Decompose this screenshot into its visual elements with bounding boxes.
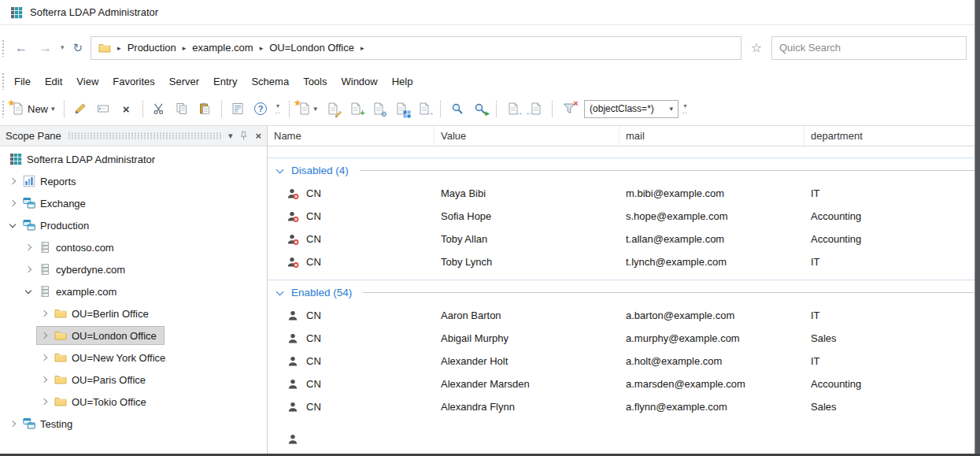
menu-tools[interactable]: Tools [296,72,334,91]
column-header-mail[interactable]: mail [619,126,804,146]
back-button[interactable]: ← [11,40,31,56]
tree-item-exchange[interactable]: Exchange [0,192,267,214]
menu-schema[interactable]: Schema [244,72,296,91]
chevron-right-icon[interactable] [39,352,50,363]
title-bar: Softerra LDAP Administrator [0,0,974,25]
clear-filter-button[interactable]: × [558,98,579,120]
table-row[interactable]: CN Maya Bibi m.bibi@example.com IT [268,182,974,205]
chevron-down-icon[interactable] [276,287,285,297]
tree-item-production[interactable]: Production [0,214,267,236]
tree-item-cyberdyne-com[interactable]: cyberdyne.com [0,258,267,280]
directory-search-button[interactable]: ▸ [469,98,490,120]
chevron-right-icon[interactable] [7,198,18,209]
chevron-right-icon[interactable] [23,242,34,253]
new-button[interactable]: ★ New ▾ [9,98,58,120]
tree-item-ou-new-york-office[interactable]: OU=New York Office [0,347,267,369]
tree-item-ou-berlin-office[interactable]: OU=Berlin Office [0,302,267,324]
tree-item-testing[interactable]: Testing [0,413,267,435]
chevron-right-icon[interactable] [7,418,18,429]
menu-entry[interactable]: Entry [206,72,244,91]
table-row[interactable]: CN Sofia Hope s.hope@example.com Account… [268,205,974,228]
export-entry-button[interactable]: → [413,98,435,120]
menu-favorites[interactable]: Favorites [105,72,161,91]
menu-bar-grip[interactable] [2,72,5,90]
breadcrumb-segment-ou-london-office[interactable]: OU=London Office [269,42,354,54]
chevron-right-icon[interactable] [39,374,50,385]
chevron-right-icon[interactable] [7,176,18,187]
address-bar-grip[interactable] [2,39,5,57]
value-cell: Alexandra Flynn [435,401,619,413]
properties-button[interactable] [227,98,249,120]
rename-button[interactable] [93,98,114,120]
quick-search-input[interactable] [771,36,967,60]
table-row[interactable]: CN Alexander Holt a.holt@example.com IT [268,350,974,373]
menu-server[interactable]: Server [162,72,206,91]
breadcrumb-arrow-icon[interactable]: ▸ [260,44,264,52]
forward-arrow-icon: → [39,41,52,54]
table-row[interactable]: CN Abigail Murphy a.murphy@example.com S… [268,327,974,350]
pane-menu-button[interactable]: ▾ [228,132,233,140]
pane-pin-button[interactable] [239,131,249,141]
tree-item-softerra-root[interactable]: Softerra LDAP Administrator [0,148,267,170]
table-row[interactable]: CN Toby Allan t.allan@example.com Accoun… [268,228,974,250]
breadcrumb-segment-production[interactable]: Production [128,42,176,54]
group-header-enabled[interactable]: Enabled (54) [268,280,974,304]
table-row[interactable]: CN Alexander Marsden a.marsden@example.c… [268,373,974,395]
delete-button[interactable]: × [116,98,137,120]
tree-item-example-com[interactable]: example.com [0,280,267,302]
breadcrumb-arrow-icon[interactable]: ▸ [183,44,187,52]
export-button[interactable]: → [502,98,523,120]
tree-item-ou-tokio-office[interactable]: OU=Tokio Office [0,391,267,413]
breadcrumb-segment-example-com[interactable]: example.com [192,42,253,54]
new-entry-button[interactable]: ★ ▾ [295,98,321,120]
menu-window[interactable]: Window [334,72,384,91]
search-button[interactable] [446,98,468,120]
forward-button[interactable]: → [35,40,56,56]
toolbar-grip[interactable] [2,100,5,117]
tree-item-reports[interactable]: Reports [0,170,267,192]
copy-button[interactable] [172,98,193,120]
tree-item-contoso-com[interactable]: contoso.com [0,236,267,258]
chevron-down-icon[interactable] [23,286,34,297]
help-button[interactable]: ? [250,98,272,120]
table-row[interactable]: CN Alexandra Flynn a.flynn@example.com S… [268,395,974,418]
breadcrumb-arrow-icon[interactable]: ▸ [117,44,121,52]
group-header-disabled[interactable]: Disabled (4) [268,158,974,182]
toolbar-separator [496,101,497,117]
toolbar-overflow-button[interactable]: ▾ .. [273,103,283,113]
filter-combobox[interactable]: (objectClass=*) ▾ [584,100,679,118]
tree-item-ou-paris-office[interactable]: OU=Paris Office [0,369,267,391]
chevron-right-icon[interactable] [39,330,50,341]
refresh-button[interactable]: ↻ [69,40,87,55]
entry-options-button[interactable] [368,98,389,120]
menu-file[interactable]: File [7,72,38,91]
chevron-right-icon[interactable] [23,264,34,275]
toolbar-separator [552,101,553,117]
tree-item-ou-london-office[interactable]: OU=London Office [0,324,267,347]
edit-entry-button[interactable] [322,98,343,120]
menu-view[interactable]: View [69,72,105,91]
menu-help[interactable]: Help [385,72,420,91]
table-row[interactable]: CN Toby Lynch t.lynch@example.com IT [268,250,974,273]
paste-button[interactable] [194,98,216,120]
column-header-department[interactable]: department [804,126,974,146]
toolbar-overflow-button[interactable]: ▾ .. [680,103,690,113]
chevron-down-icon[interactable] [276,165,285,175]
import-button[interactable]: ← [525,98,546,120]
breadcrumb-arrow-icon[interactable]: ▸ [361,44,364,52]
schema-view-button[interactable] [390,98,412,120]
menu-edit[interactable]: Edit [38,72,69,91]
history-dropdown-button[interactable]: ▾ [60,43,65,53]
table-row[interactable]: CN Aaron Barton a.barton@example.com IT [268,304,974,327]
chevron-right-icon[interactable] [39,396,50,407]
pane-close-button[interactable]: × [255,131,261,141]
column-header-value[interactable]: Value [435,126,619,146]
cut-button[interactable] [149,98,170,120]
column-header-name[interactable]: Name [268,126,435,146]
add-attribute-button[interactable]: + [345,98,366,120]
chevron-right-icon[interactable] [39,308,50,319]
favorites-button[interactable]: ☆ [745,40,767,55]
edit-button[interactable] [70,98,91,120]
chevron-down-icon[interactable] [7,220,18,231]
breadcrumb[interactable]: ▸ Production ▸ example.com ▸ OU=London O… [91,36,741,60]
